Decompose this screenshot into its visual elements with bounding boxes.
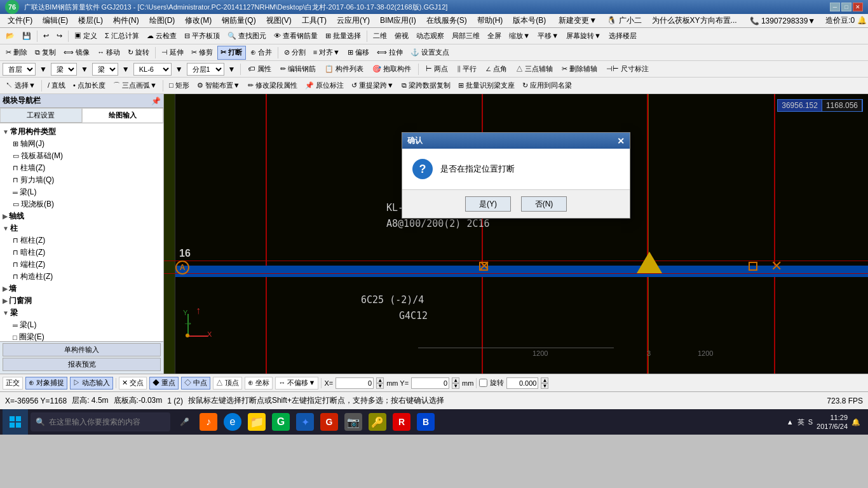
taskbar-redapp-app[interactable]: R [390, 410, 413, 433]
btn-mirror[interactable]: ⟺ 镜像 [60, 46, 93, 60]
btn-open[interactable]: 📂 [3, 29, 18, 43]
tree-axis-net[interactable]: ⊞ 轴网(J) [11, 138, 162, 150]
btn-copy[interactable]: ⧉ 复制 [32, 46, 59, 60]
btn-orthogonal[interactable]: 正交 [3, 377, 23, 390]
tab-draw-input[interactable]: 绘图输入 [82, 108, 164, 123]
tree-item-common[interactable]: ▼ 常用构件类型 [1, 126, 162, 138]
btn-undo[interactable]: ↩ [40, 29, 52, 43]
menu-help[interactable]: 帮助(H) [472, 14, 508, 27]
btn-top-view[interactable]: 俯视 [391, 29, 412, 43]
floor-selector[interactable]: 首层 [3, 63, 36, 76]
btn-align[interactable]: ≡ 对齐▼ [310, 46, 343, 60]
btn-level-top[interactable]: ⊟ 平齐板顶 [181, 29, 223, 43]
beam-name-selector[interactable]: KL-6 [133, 63, 172, 76]
btn-extend[interactable]: ⊣ 延伸 [158, 46, 187, 60]
btn-zoom[interactable]: 缩放▼ [506, 29, 533, 43]
btn-fullscreen[interactable]: 全屏 [484, 29, 505, 43]
sidebar-pin[interactable]: 📌 [151, 97, 161, 105]
btn-del-aux[interactable]: ✂ 删除辅轴 [559, 62, 600, 76]
taskbar-gdal-app[interactable]: G [269, 410, 292, 433]
btn-stretch[interactable]: ⟺ 拉伸 [374, 46, 406, 60]
close-button[interactable]: ✕ [853, 3, 863, 11]
menu-service[interactable]: 在线服务(S) [421, 14, 472, 27]
tree-beam-l[interactable]: ═ 梁(L) [11, 319, 162, 331]
tree-item-axis[interactable]: ▶ 轴线 [1, 210, 162, 222]
btn-view-rebar[interactable]: 👁 查看钢筋量 [271, 29, 321, 43]
taskbar-search-box[interactable]: 🔍 在这里输入你要搜索的内容 [31, 412, 170, 431]
btn-single-component[interactable]: 单构件输入 [3, 343, 161, 356]
btn-break[interactable]: ✂ 打断 [217, 46, 245, 60]
btn-smart-layout[interactable]: ⚙ 智能布置▼ [194, 79, 243, 93]
btn-apply-same-name[interactable]: ↻ 应用到同名梁 [519, 79, 575, 93]
btn-parallel[interactable]: ∥ 平行 [454, 62, 480, 76]
rotate-checkbox[interactable] [479, 379, 487, 387]
btn-batch-select[interactable]: ⊞ 批量选择 [322, 29, 364, 43]
menu-view[interactable]: 视图(V) [261, 14, 297, 27]
menu-floor[interactable]: 楼层(L) [73, 14, 108, 27]
btn-arc[interactable]: ⌒ 三点画弧▼ [110, 79, 160, 93]
tree-raft[interactable]: ▭ 筏板基础(M) [11, 150, 162, 162]
btn-original-mark[interactable]: 📌 原位标注 [302, 79, 347, 93]
btn-trim[interactable]: ✂ 修剪 [188, 46, 216, 60]
menu-cloud[interactable]: 云应用(Y) [332, 14, 375, 27]
tree-frame-col[interactable]: ⊓ 框柱(Z) [11, 234, 162, 247]
x-spin-down[interactable]: ▼ [376, 383, 384, 389]
btn-delete[interactable]: ✂ 删除 [3, 46, 31, 60]
taskbar-music-app[interactable]: ♪ [197, 410, 220, 433]
taskbar-edge-app[interactable]: e [221, 410, 244, 433]
minimize-button[interactable]: ─ [830, 3, 840, 11]
menu-edit[interactable]: 编辑(E) [37, 14, 73, 27]
btn-dynamic[interactable]: 动态观察 [413, 29, 447, 43]
x-spin-up[interactable]: ▲ [376, 377, 384, 383]
rotate-spin-down[interactable]: ▼ [541, 383, 548, 389]
btn-point-len[interactable]: • 点加长度 [70, 79, 109, 93]
btn-intersect[interactable]: ✕ 交点 [119, 377, 147, 390]
btn-rect[interactable]: □ 矩形 [166, 79, 193, 93]
y-coord-input[interactable] [411, 377, 449, 389]
btn-select-floor[interactable]: 选择楼层 [606, 29, 640, 43]
btn-move[interactable]: ↔ 移动 [94, 46, 123, 60]
btn-vertex[interactable]: △ 顶点 [213, 377, 242, 390]
menu-file[interactable]: 文件(F) [3, 14, 37, 27]
tray-notification[interactable]: 🔔 [851, 418, 860, 426]
btn-no-offset[interactable]: ↔ 不偏移▼ [275, 377, 318, 390]
btn-sum[interactable]: Σ 汇总计算 [102, 29, 142, 43]
y-spin-up[interactable]: ▲ [452, 377, 459, 383]
tree-item-wall[interactable]: ▶ 墙 [1, 283, 162, 295]
tray-arrow[interactable]: ▲ [787, 418, 794, 426]
btn-find-elem[interactable]: 🔍 查找图元 [224, 29, 269, 43]
taskbar-start-button[interactable] [3, 409, 28, 435]
type-selector2[interactable]: 梁 [92, 63, 118, 76]
tab-project-settings[interactable]: 工程设置 [0, 108, 82, 123]
x-coord-input[interactable] [336, 377, 374, 389]
btn-redo[interactable]: ↪ [53, 29, 65, 43]
canvas-area[interactable]: KL-2（2）200*500 A8@100/200(2) 2C16 6C25 (… [164, 94, 868, 374]
tree-constr-col[interactable]: ⊓ 构造柱(Z) [11, 271, 162, 283]
menu-rebar[interactable]: 钢筋量(Q) [217, 14, 261, 27]
btn-dynamic-input[interactable]: ▷ 动态输入 [70, 377, 113, 390]
menu-layout-question[interactable]: 为什么茯板XY方向布置... [647, 14, 742, 27]
tree-item-col[interactable]: ▼ 柱 [1, 222, 162, 234]
btn-merge[interactable]: ⊕ 合并 [247, 46, 275, 60]
taskbar-ggjapp-app[interactable]: G [318, 410, 341, 433]
btn-midpoint[interactable]: ◆ 重点 [149, 377, 179, 390]
layer-selector[interactable]: 分层1 [187, 63, 224, 76]
type-selector1[interactable]: 梁 [51, 63, 77, 76]
btn-component-list[interactable]: 📋 构件列表 [322, 62, 367, 76]
btn-center[interactable]: ◇ 中点 [181, 377, 210, 390]
btn-angle[interactable]: ∠ 点角 [482, 62, 510, 76]
tree-beam[interactable]: ═ 梁(L) [11, 186, 162, 198]
taskbar-blueapp-app[interactable]: B [414, 410, 437, 433]
rotate-spin-up[interactable]: ▲ [541, 377, 548, 383]
taskbar-folder-app[interactable]: 📁 [245, 410, 268, 433]
taskbar-camera-app[interactable]: 📷 [342, 410, 365, 433]
menu-tools[interactable]: 工具(T) [297, 14, 332, 27]
tray-lang[interactable]: 英 [797, 417, 804, 427]
tree-dark-col[interactable]: ⊓ 暗柱(Z) [11, 247, 162, 259]
dialog-close-button[interactable]: ✕ [617, 136, 625, 146]
btn-object-snap[interactable]: ⊕ 对象捕捉 [25, 377, 67, 390]
tree-ring-beam[interactable]: □ 圈梁(E) [11, 331, 162, 341]
btn-line[interactable]: / 直线 [44, 79, 69, 93]
btn-modify-beam-prop[interactable]: ✏ 修改梁段属性 [245, 79, 301, 93]
menu-phone[interactable]: 📞 13907298339▼ [745, 15, 821, 27]
